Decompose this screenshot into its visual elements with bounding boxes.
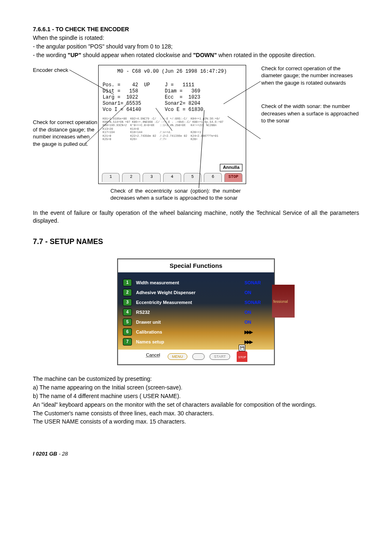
sf-label: Calibrations [136, 329, 244, 335]
sf-stop-button[interactable]: STOP [237, 351, 247, 362]
sf-num: 7 [123, 338, 132, 345]
save-icon[interactable]: 💾 [239, 345, 245, 351]
tab-3[interactable]: 3 [143, 173, 161, 182]
encoder-heading: 7.6.6.1 - TO CHECK THE ENCODER [33, 25, 359, 33]
label-diameter-gauge: Check for correct operation of the diame… [261, 65, 359, 87]
sf-arrows: ▶▶▶ [244, 339, 269, 345]
encoder-line2: - the angular position "POS" should vary… [33, 43, 359, 51]
sf-num: 4 [123, 309, 132, 316]
annulla-button[interactable]: Annulla [220, 164, 242, 171]
sf-num: 1 [123, 279, 132, 286]
sf-title: Special Functions [118, 262, 274, 270]
label-width-sonar: Check of the width sonar: the number dec… [261, 103, 359, 124]
screen-row: Sonar1= 65535 Sonar2= 8204 [103, 101, 242, 107]
sf-center-button[interactable] [192, 353, 205, 360]
sf-label: RS232 [136, 309, 244, 315]
section-encoder: 7.6.6.1 - TO CHECK THE ENCODER When the … [33, 25, 359, 59]
setup-names-body: The machine can be customized by presett… [33, 375, 359, 426]
sf-item-width[interactable]: 1 Width measurement SONAR [123, 279, 269, 286]
sf-val: SONAR [244, 280, 269, 286]
sf-side-label: fessional [272, 285, 295, 318]
special-functions-window: Special Functions fessional 1 Width meas… [117, 258, 275, 365]
sf-num: 2 [123, 289, 132, 296]
encoder-line3: - the wording "UP" should appear when ro… [33, 51, 359, 59]
tab-2[interactable]: 2 [122, 173, 140, 182]
tab-6[interactable]: 6 [204, 173, 222, 182]
body-l6: The USER NAME consists of a wording max.… [33, 418, 359, 426]
body-l3: b) The name of 4 different machine users… [33, 392, 359, 400]
tab-1[interactable]: 1 [102, 173, 120, 182]
failure-paragraph: In the event of failure or faulty operat… [33, 209, 359, 225]
sf-label: Adhesive Weight Dispenser [136, 290, 244, 296]
sf-val: SONAR [244, 299, 269, 306]
sf-menu-button[interactable]: MENU [168, 353, 188, 360]
sf-label: Width measurement [136, 280, 244, 286]
page-footer: I 0201 GB - 28 [33, 450, 359, 458]
left-labels: Encoder check Check for correct operatio… [33, 65, 98, 202]
sf-item-calibrations[interactable]: 6 Calibrations ▶▶▶ [123, 328, 269, 336]
sf-item-drawer[interactable]: 5 Drawer unit ON [123, 318, 269, 326]
sf-val: ON [244, 290, 269, 296]
diagram-region: Encoder check Check for correct operatio… [33, 65, 359, 202]
sf-body: fessional 1 Width measurement SONAR 2 Ad… [118, 272, 274, 350]
sf-num: 3 [123, 299, 132, 306]
sf-label: Drawer unit [136, 319, 244, 325]
sf-num: 6 [123, 328, 132, 336]
sf-item-ecc[interactable]: 3 Eccentricity Measurement SONAR [123, 299, 269, 306]
caption-ecc-sonar: Check of the eccentricity sonar (option)… [111, 187, 241, 202]
setup-names-heading: 7.7 - SETUP NAMES [33, 237, 359, 246]
body-l4: An "ideal" keyboard appears on the monit… [33, 401, 359, 409]
special-functions-figure: Special Functions fessional 1 Width meas… [33, 258, 359, 365]
screen-params: K01=1.8195e+08 K02=4.5%C79 -C/ ::=-E +/:… [103, 117, 242, 141]
tab-4[interactable]: 4 [163, 173, 181, 182]
footer-sep: - [57, 451, 62, 457]
screen-header: M0 - C68 v0.00 (Jun 26 1998 16:47:29) [103, 69, 242, 75]
sf-cancel[interactable]: Cancel [146, 352, 160, 358]
label-encoder-check: Encoder check [33, 67, 98, 74]
sf-val: ON [244, 309, 269, 315]
sf-num: 5 [123, 318, 132, 326]
screen-row: Larg = 1022 Ecc = 1023 [103, 94, 242, 101]
sf-arrows: ▶▶▶ [244, 329, 269, 335]
center-screen-col: M0 - C68 v0.00 (Jun 26 1998 16:47:29) Po… [98, 65, 253, 202]
sf-val: ON [244, 319, 269, 325]
footer-code: I 0201 GB [33, 451, 57, 457]
body-l2: a) The name appearing on the Initial scr… [33, 384, 359, 391]
encoder-line1: When the spindle is rotated: [33, 34, 359, 42]
label-distance-gauge: Check for correct operation of the dista… [33, 119, 98, 147]
sf-item-adhesive[interactable]: 2 Adhesive Weight Dispenser ON [123, 289, 269, 296]
debug-screen: M0 - C68 v0.00 (Jun 26 1998 16:47:29) Po… [98, 65, 246, 184]
sf-item-names-setup[interactable]: 7 Names setup ▶▶▶ [123, 338, 269, 345]
tab-stop[interactable]: STOP [224, 173, 242, 182]
sf-label: Eccentricity Measurement [136, 299, 244, 306]
body-l1: The machine can be customized by presett… [33, 375, 359, 383]
sf-item-rs232[interactable]: 4 RS232 ON [123, 309, 269, 316]
tab-5[interactable]: 5 [184, 173, 202, 182]
right-labels: Check for correct operation of the diame… [261, 65, 359, 202]
body-l5: The Customer's name consists of three li… [33, 410, 359, 417]
screen-row: Vco I = 64140 Vco E = 61830 [103, 107, 242, 113]
screen-tabs: 1 2 3 4 5 6 STOP [99, 173, 246, 184]
sf-footer: 💾 Cancel MENU START STOP [118, 350, 274, 364]
sf-start-button[interactable]: START [210, 353, 231, 360]
screen-row: Dist = 158 Diam = 369 [103, 88, 242, 94]
sf-label: Names setup [136, 339, 244, 345]
screen-row: Pos. = 42 UP J = 1111 [103, 82, 242, 88]
footer-page: 28 [62, 451, 68, 457]
